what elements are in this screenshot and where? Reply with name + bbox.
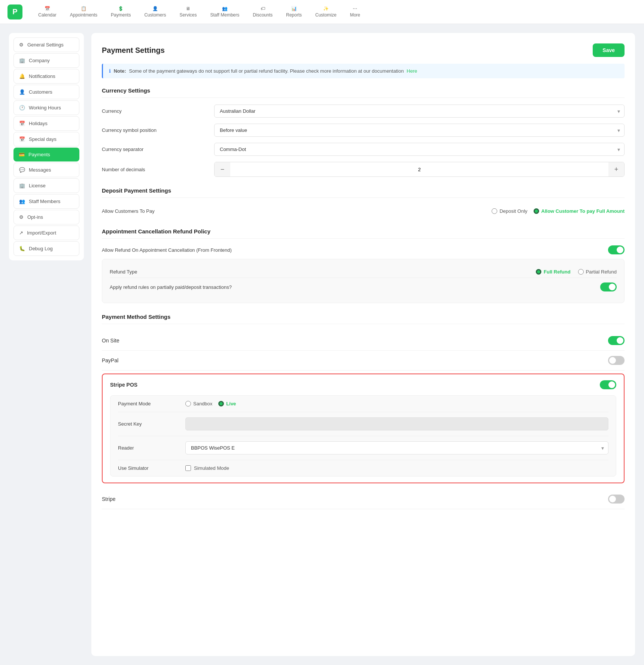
payments-nav-icon: 💲 <box>118 6 124 11</box>
stripe-pos-toggle[interactable] <box>600 380 616 389</box>
secret-key-label: Secret Key <box>118 421 185 427</box>
save-button[interactable]: Save <box>593 43 625 57</box>
note-banner: ℹ Note: Some of the payment gateways do … <box>102 64 625 78</box>
nav-item-appointments[interactable]: 📋 Appointments <box>63 2 104 21</box>
stripe-toggle[interactable] <box>608 495 625 504</box>
nav-item-customers[interactable]: 👤 Customers <box>137 2 173 21</box>
customize-icon: ✨ <box>323 6 329 11</box>
sandbox-label: Sandbox <box>193 401 212 406</box>
stripe-pos-section: Stripe POS Payment Mode <box>102 374 625 483</box>
note-link[interactable]: Here <box>407 68 417 74</box>
company-icon: 🏢 <box>19 58 25 63</box>
full-refund-label: Full Refund <box>544 269 571 275</box>
apply-rules-label: Apply refund rules on partially paid/dep… <box>110 284 232 290</box>
full-amount-label: Allow Customer To pay Full Amount <box>541 208 625 214</box>
customers-nav-icon: 👤 <box>152 6 158 11</box>
reader-select[interactable]: BBPOS WisePOS E <box>185 441 608 454</box>
allow-customers-label: Allow Customers To Pay <box>102 208 155 214</box>
reader-label: Reader <box>118 445 185 451</box>
nav-item-services[interactable]: 🖥 Services <box>173 2 203 21</box>
refund-section-title: Appointment Cancellation Refund Policy <box>102 228 625 239</box>
decimals-value-input[interactable] <box>230 167 608 172</box>
allow-refund-label: Allow Refund On Appointment Cancellation… <box>102 247 232 253</box>
optins-icon: ⚙ <box>19 214 24 220</box>
sidebar-item-notifications[interactable]: 🔔 Notifications <box>13 69 79 84</box>
notifications-icon: 🔔 <box>19 73 25 79</box>
payment-method-section: Payment Method Settings On Site PayPal <box>102 314 625 509</box>
sandbox-radio[interactable]: Sandbox <box>185 401 212 406</box>
paypal-label: PayPal <box>102 357 118 363</box>
messages-icon: 💬 <box>19 167 25 173</box>
currency-separator-select[interactable]: Comma-Dot Dot-Comma Space-Comma <box>214 143 625 156</box>
sidebar-item-messages[interactable]: 💬 Messages <box>13 163 79 177</box>
payment-mode-label: Payment Mode <box>118 401 185 406</box>
deposit-only-radio[interactable]: Deposit Only <box>492 208 527 214</box>
sidebar-item-general[interactable]: ⚙ General Settings <box>13 37 79 52</box>
nav-item-calendar[interactable]: 📅 Calendar <box>31 2 63 21</box>
refund-inner-box: Refund Type Full Refund Partial Refund <box>102 259 625 303</box>
note-label: Note: <box>114 68 126 74</box>
on-site-toggle[interactable] <box>608 336 625 345</box>
sidebar-item-staff-members[interactable]: 👥 Staff Members <box>13 194 79 209</box>
currency-select[interactable]: Australian Dollar US Dollar Euro British… <box>214 105 625 118</box>
payment-method-section-title: Payment Method Settings <box>102 314 625 324</box>
apply-rules-toggle[interactable] <box>600 282 617 291</box>
currency-separator-label: Currency separator <box>102 146 214 152</box>
full-amount-radio[interactable]: Allow Customer To pay Full Amount <box>534 208 625 214</box>
nav-item-more[interactable]: ⋯ More <box>343 2 367 21</box>
simulated-mode-label: Simulated Mode <box>194 465 229 471</box>
sidebar-item-import-export[interactable]: ↗ Import/Export <box>13 226 79 240</box>
nav-item-reports[interactable]: 📊 Reports <box>279 2 309 21</box>
decimals-plus-button[interactable]: + <box>608 162 624 176</box>
live-radio[interactable]: Live <box>218 401 236 406</box>
deposit-section-title: Deposit Payment Settings <box>102 187 625 198</box>
sidebar-item-debug-log[interactable]: 🐛 Debug Log <box>13 241 79 256</box>
staff-members-sidebar-icon: 👥 <box>19 199 25 204</box>
decimals-minus-button[interactable]: − <box>215 162 230 176</box>
working-hours-icon: 🕐 <box>19 105 25 111</box>
page-title: Payment Settings <box>102 46 165 55</box>
app-logo: P <box>7 4 22 19</box>
nav-item-staff[interactable]: 👥 Staff Members <box>203 2 246 21</box>
live-label: Live <box>226 401 236 406</box>
more-icon: ⋯ <box>353 6 357 11</box>
sidebar: ⚙ General Settings 🏢 Company 🔔 Notificat… <box>9 33 84 260</box>
deposit-only-label: Deposit Only <box>499 208 527 214</box>
stripe-pos-inner: Payment Mode Sandbox Live <box>110 395 616 477</box>
allow-refund-toggle[interactable] <box>608 245 625 254</box>
sidebar-item-special-days[interactable]: 📅 Special days <box>13 132 79 146</box>
services-icon: 🖥 <box>186 6 190 11</box>
currency-label: Currency <box>102 108 214 114</box>
note-icon: ℹ <box>109 68 111 74</box>
partial-refund-label: Partial Refund <box>586 269 617 275</box>
license-icon: 🏢 <box>19 183 25 188</box>
sidebar-item-optins[interactable]: ⚙ Opt-ins <box>13 210 79 224</box>
discounts-icon: 🏷 <box>261 6 265 11</box>
secret-key-input[interactable] <box>185 417 608 430</box>
currency-settings-section: Currency Settings Currency Australian Do… <box>102 87 625 177</box>
sidebar-item-holidays[interactable]: 📅 Holidays <box>13 116 79 131</box>
paypal-toggle[interactable] <box>608 356 625 365</box>
currency-symbol-position-select[interactable]: Before value After value <box>214 124 625 137</box>
nav-item-customize[interactable]: ✨ Customize <box>309 2 343 21</box>
import-export-icon: ↗ <box>19 230 23 236</box>
on-site-label: On Site <box>102 338 119 344</box>
debug-log-icon: 🐛 <box>19 246 25 251</box>
sidebar-item-working-hours[interactable]: 🕐 Working Hours <box>13 100 79 115</box>
use-simulator-label: Use Simulator <box>118 465 185 471</box>
holidays-icon: 📅 <box>19 121 25 126</box>
full-refund-radio[interactable]: Full Refund <box>536 269 571 275</box>
sidebar-item-customers[interactable]: 👤 Customers <box>13 85 79 99</box>
sidebar-item-license[interactable]: 🏢 License <box>13 178 79 193</box>
partial-refund-radio[interactable]: Partial Refund <box>578 269 617 275</box>
simulated-mode-checkbox[interactable]: Simulated Mode <box>185 465 229 471</box>
sidebar-item-payments[interactable]: 💳 Payments <box>13 148 79 161</box>
general-settings-icon: ⚙ <box>19 42 24 48</box>
calendar-icon: 📅 <box>45 6 50 11</box>
currency-symbol-position-label: Currency symbol position <box>102 127 214 133</box>
sidebar-item-company[interactable]: 🏢 Company <box>13 53 79 68</box>
nav-item-discounts[interactable]: 🏷 Discounts <box>246 2 279 21</box>
nav-item-payments[interactable]: 💲 Payments <box>104 2 137 21</box>
stripe-pos-label: Stripe POS <box>110 382 137 388</box>
main-content: Payment Settings Save ℹ Note: Some of th… <box>91 33 635 656</box>
